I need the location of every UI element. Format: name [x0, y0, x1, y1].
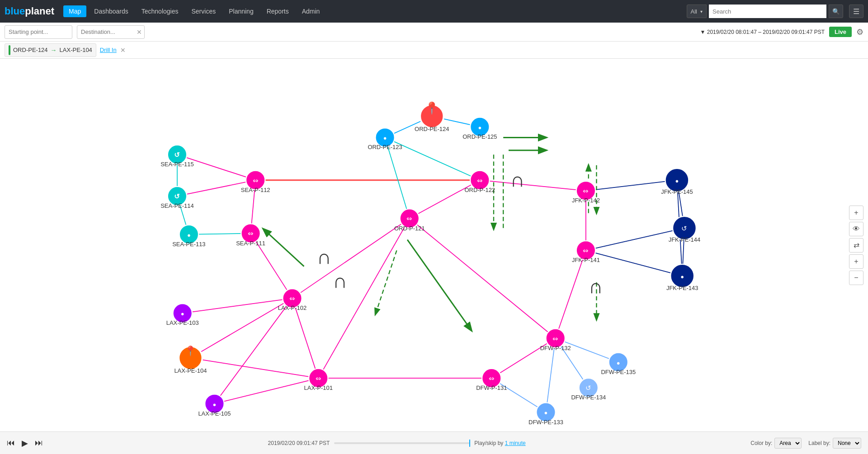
- svg-text:JFK-PE-144: JFK-PE-144: [669, 236, 701, 243]
- main-map-area[interactable]: ∩ ∩ ∩ ∩ ↺ SEA-PE-115 ↺ SEA-PE-114 ● SEA-…: [0, 59, 868, 431]
- timeline-bar[interactable]: [334, 442, 470, 444]
- svg-text:●: ●: [478, 124, 481, 131]
- svg-text:⇔: ⇔: [583, 247, 589, 254]
- dropdown-arrow-icon: ▾: [700, 9, 703, 14]
- path-arrow-icon: →: [51, 47, 57, 54]
- nav-dashboards[interactable]: Dashboards: [89, 5, 134, 17]
- app-logo: blueplanet: [5, 5, 54, 17]
- svg-text:SEA-P-112: SEA-P-112: [241, 187, 270, 193]
- svg-text:↺: ↺: [174, 151, 180, 159]
- time-range-label: ▼ 2019/02/20 08:01:47 – 2019/02/20 09:01…: [700, 29, 825, 35]
- svg-text:●: ●: [181, 310, 184, 317]
- svg-text:ORD-PE-125: ORD-PE-125: [462, 133, 497, 140]
- svg-text:↺: ↺: [681, 225, 687, 232]
- nav-links: Map Dashboards Technologies Services Pla…: [63, 5, 687, 17]
- svg-text:SEA-PE-114: SEA-PE-114: [160, 202, 193, 209]
- svg-line-14: [292, 219, 410, 299]
- play-skip-label: Play/skip by 1 minute: [474, 440, 525, 446]
- svg-line-18: [183, 298, 292, 313]
- color-by-select[interactable]: Area: [774, 438, 802, 449]
- svg-line-32: [586, 250, 682, 276]
- svg-text:LAX-P-101: LAX-P-101: [304, 384, 333, 391]
- svg-text:LAX-P-102: LAX-P-102: [278, 304, 307, 311]
- playback-play-button[interactable]: ▶: [22, 438, 28, 448]
- nav-technologies[interactable]: Technologies: [136, 5, 184, 17]
- svg-text:LAX-PE-105: LAX-PE-105: [198, 410, 231, 417]
- svg-text:SEA-PE-113: SEA-PE-113: [172, 241, 205, 248]
- svg-line-25: [556, 250, 586, 338]
- svg-line-16: [190, 298, 292, 358]
- nav-admin[interactable]: Admin: [297, 5, 326, 17]
- nav-map[interactable]: Map: [63, 5, 86, 17]
- svg-text:●: ●: [544, 409, 548, 416]
- svg-text:⇔: ⇔: [289, 295, 295, 302]
- label-by-select[interactable]: None: [833, 438, 861, 449]
- svg-line-29: [410, 219, 556, 338]
- nav-planning[interactable]: Planning: [223, 5, 259, 17]
- svg-text:∩: ∩: [589, 275, 603, 297]
- path-color-bar: [9, 45, 10, 55]
- svg-text:JFK-PE-145: JFK-PE-145: [661, 188, 693, 195]
- svg-text:⇔: ⇔: [406, 215, 412, 222]
- map-controls: + 👁 ⇄ + −: [849, 206, 863, 285]
- settings-gear-button[interactable]: ⚙: [856, 27, 863, 37]
- playback-end-button[interactable]: ⏭: [35, 438, 43, 448]
- timeline-cursor: [469, 440, 470, 447]
- logo-blue: blue: [5, 5, 25, 17]
- timeline-timestamp: 2019/02/20 09:01:47 PST: [268, 440, 330, 446]
- color-by-section: Color by: Area: [750, 438, 802, 449]
- svg-text:●: ●: [187, 232, 191, 239]
- svg-text:↺: ↺: [585, 384, 591, 392]
- svg-text:JFK-P-142: JFK-P-142: [572, 197, 600, 204]
- svg-line-41: [407, 240, 471, 330]
- bottom-bar: ⏮ ▶ ⏭ 2019/02/20 09:01:47 PST Play/skip …: [0, 431, 868, 454]
- collapse-button[interactable]: −: [849, 271, 863, 285]
- svg-text:SEA-P-111: SEA-P-111: [236, 240, 265, 247]
- fit-button[interactable]: ⇄: [849, 238, 863, 253]
- search-filter-dropdown[interactable]: All ▾: [687, 5, 707, 18]
- svg-text:●: ●: [675, 178, 679, 184]
- path-indicator: ORD-PE-124 → LAX-PE-104: [5, 43, 96, 57]
- hamburger-menu-button[interactable]: ☰: [849, 5, 863, 18]
- nav-services[interactable]: Services: [186, 5, 222, 17]
- clear-destination-button[interactable]: ✕: [137, 28, 142, 36]
- playback-start-button[interactable]: ⏮: [7, 438, 15, 448]
- svg-line-11: [410, 180, 480, 219]
- svg-text:📍: 📍: [184, 345, 197, 357]
- starting-point-input[interactable]: [5, 25, 72, 39]
- logo-planet: planet: [25, 5, 54, 17]
- toolbar: ✕ ▼ 2019/02/20 08:01:47 – 2019/02/20 09:…: [0, 23, 868, 42]
- svg-text:⇔: ⇔: [253, 177, 259, 184]
- drill-in-link[interactable]: Drill In: [100, 47, 117, 53]
- svg-line-17: [214, 298, 292, 403]
- svg-text:∩: ∩: [317, 245, 331, 268]
- expand-button[interactable]: +: [849, 254, 863, 269]
- timeline-area: 2019/02/20 09:01:47 PST Play/skip by 1 m…: [50, 440, 744, 446]
- svg-text:⇔: ⇔: [552, 335, 558, 342]
- zoom-in-button[interactable]: +: [849, 206, 863, 220]
- network-map-svg: ∩ ∩ ∩ ∩ ↺ SEA-PE-115 ↺ SEA-PE-114 ● SEA-…: [0, 59, 868, 431]
- svg-text:LAX-PE-104: LAX-PE-104: [174, 367, 207, 374]
- path-clear-button[interactable]: ✕: [120, 47, 126, 54]
- live-button[interactable]: Live: [829, 27, 852, 37]
- svg-text:ORD-PE-123: ORD-PE-123: [368, 144, 402, 150]
- svg-text:⇔: ⇔: [583, 187, 589, 195]
- svg-text:∩: ∩: [510, 168, 525, 191]
- search-button[interactable]: 🔍: [829, 5, 843, 18]
- svg-text:DFW-PE-134: DFW-PE-134: [571, 394, 606, 401]
- svg-text:∩: ∩: [333, 269, 347, 292]
- color-by-label: Color by:: [750, 440, 772, 446]
- svg-text:●: ●: [213, 401, 217, 408]
- svg-line-12: [480, 180, 586, 191]
- play-skip-interval[interactable]: 1 minute: [505, 440, 526, 446]
- destination-input[interactable]: [77, 25, 145, 39]
- search-input[interactable]: [709, 5, 826, 18]
- top-nav: blueplanet Map Dashboards Technologies S…: [0, 0, 868, 23]
- svg-text:📍: 📍: [425, 101, 439, 115]
- svg-text:DFW-PE-133: DFW-PE-133: [528, 419, 563, 426]
- svg-text:SEA-PE-115: SEA-PE-115: [160, 161, 193, 168]
- svg-text:●: ●: [680, 273, 684, 280]
- view-button[interactable]: 👁: [849, 222, 863, 236]
- svg-text:⇔: ⇔: [489, 374, 495, 382]
- nav-reports[interactable]: Reports: [261, 5, 294, 17]
